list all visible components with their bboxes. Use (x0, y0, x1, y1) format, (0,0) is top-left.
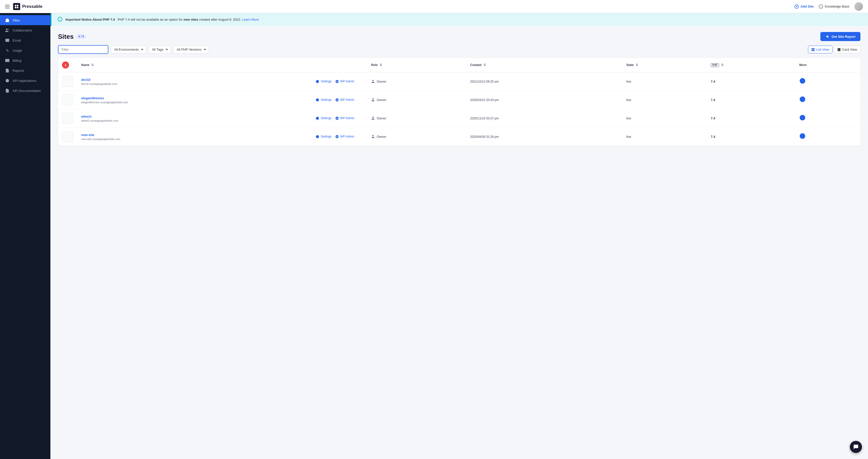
avatar[interactable] (855, 2, 863, 11)
settings-button[interactable]: Settings (315, 135, 332, 138)
row-role-cell: Owner (367, 72, 466, 91)
role-value: Owner (376, 98, 386, 102)
row-name-cell: ettest1 ettest1.mystagingwebsite.com (77, 109, 311, 128)
row-thumb-cell (58, 128, 77, 146)
sidebar-label-api-applications: API Applications (12, 79, 36, 83)
notice-learn-more-link[interactable]: Learn More (242, 18, 259, 22)
table-row: elegantthemes elegantthemes.mystagingweb… (58, 91, 861, 109)
row-state-cell: live (622, 91, 707, 109)
created-date: 2020/11/10 03:37 pm (470, 117, 499, 120)
more-button[interactable] (800, 133, 806, 140)
table-row: new-site new-site.mystagingwebsite.com S… (58, 128, 861, 146)
col-php[interactable]: PHP ⇅ (707, 58, 796, 72)
view-toggle: List View Card View (808, 45, 861, 54)
table-row: divi10 divi10.mystagingwebsite.com Setti… (58, 72, 861, 91)
settings-button[interactable]: Settings (315, 117, 332, 120)
card-view-button[interactable]: Card View (834, 45, 861, 54)
svg-point-48 (372, 117, 374, 118)
col-role[interactable]: Role ⇅ (367, 58, 466, 72)
col-created[interactable]: Created ⇅ (466, 58, 622, 72)
sidebar-item-usage[interactable]: Usage (0, 45, 51, 56)
svg-rect-30 (838, 50, 840, 51)
svg-rect-27 (813, 50, 814, 51)
wp-admin-button[interactable]: WP WP Admin (335, 117, 354, 120)
sidebar-label-reports: Reports (12, 69, 24, 72)
row-thumb-cell (58, 72, 77, 91)
environment-filter[interactable]: All Environments (111, 45, 146, 54)
tags-filter[interactable]: All Tags (149, 45, 171, 54)
row-created-cell: 2020/03/31 03:43 pm (466, 91, 622, 109)
wp-admin-button[interactable]: WP WP Admin (335, 135, 354, 138)
svg-rect-11 (5, 59, 9, 62)
svg-point-41 (372, 98, 374, 99)
svg-text:WP: WP (336, 99, 339, 101)
created-date: 2021/10/12 09:25 am (470, 80, 499, 84)
top-nav: Pressable Add Site Knowledge Base (0, 0, 868, 13)
row-more-cell (796, 109, 861, 128)
row-name-cell: divi10 divi10.mystagingwebsite.com (77, 72, 311, 91)
more-button[interactable] (800, 78, 806, 85)
col-state[interactable]: State ⇅ (622, 58, 707, 72)
sidebar-item-api-documentation[interactable]: API Documentation (0, 86, 51, 96)
list-view-button[interactable]: List View (808, 45, 833, 54)
php-version-filter[interactable]: All PHP Versions (174, 45, 209, 54)
sidebar-label-collaborators: Collaborators (12, 29, 32, 32)
filter-input[interactable] (58, 45, 108, 54)
sidebar-label-email: Email (12, 38, 21, 42)
site-name-link[interactable]: elegantthemes (81, 96, 104, 100)
site-thumbnail (62, 76, 73, 87)
row-php-cell: 7.4 (707, 91, 796, 109)
knowledge-base-button[interactable]: Knowledge Base (818, 4, 849, 9)
row-role-cell: Owner (367, 109, 466, 128)
svg-rect-1 (17, 5, 19, 6)
php-version-value: 7.4 (711, 98, 715, 102)
notice-banner: Important Notice About PHP 7.4 PHP 7.4 w… (51, 13, 868, 26)
more-button[interactable] (800, 96, 806, 103)
sidebar-item-sites[interactable]: Sites (0, 15, 51, 25)
logo: Pressable (13, 3, 42, 10)
settings-button[interactable]: Settings (315, 98, 332, 102)
svg-point-34 (372, 80, 374, 81)
svg-point-55 (372, 135, 374, 136)
site-name-link[interactable]: new-site (81, 133, 94, 137)
hamburger-menu[interactable] (5, 5, 9, 8)
add-site-button[interactable]: Add Site (795, 4, 814, 9)
site-url: ettest1.mystagingwebsite.com (81, 119, 118, 122)
col-name[interactable]: Name ⇅ (77, 58, 311, 72)
wp-admin-button[interactable]: WP WP Admin (335, 79, 354, 84)
site-name-link[interactable]: divi10 (81, 78, 91, 81)
table-row: ettest1 ettest1.mystagingwebsite.com Set… (58, 109, 861, 128)
svg-point-10 (6, 29, 7, 30)
get-site-report-button[interactable]: Get Site Report (820, 32, 861, 41)
logo-text: Pressable (22, 4, 42, 9)
svg-rect-24 (812, 48, 813, 49)
filters-row: All Environments All Tags All PHP Versio… (51, 45, 868, 58)
sidebar-item-api-applications[interactable]: API Applications (0, 75, 51, 86)
sidebar-item-reports[interactable]: Reports (0, 66, 51, 75)
row-created-cell: 2020/11/10 03:37 pm (466, 109, 622, 128)
row-actions-cell: Settings WP WP Admin (311, 72, 367, 91)
main-content: Important Notice About PHP 7.4 PHP 7.4 w… (51, 13, 868, 459)
svg-rect-0 (15, 5, 17, 6)
php-sort-icon: ⇅ (721, 63, 723, 67)
svg-marker-23 (826, 35, 829, 38)
state-value: live (626, 117, 631, 120)
row-state-cell: live (622, 72, 707, 91)
sidebar-label-billing: Billing (12, 59, 22, 63)
row-thumb-cell (58, 91, 77, 109)
row-more-cell (796, 91, 861, 109)
sidebar-label-api-documentation: API Documentation (12, 89, 41, 93)
logo-icon (13, 3, 20, 10)
site-name-link[interactable]: ettest1 (81, 114, 92, 119)
created-date: 2020/04/30 01:28 pm (470, 135, 499, 138)
row-more-cell (796, 72, 861, 91)
role-sort-icon: ⇅ (379, 63, 382, 67)
more-button[interactable] (800, 114, 806, 122)
settings-button[interactable]: Settings (315, 79, 332, 84)
row-state-cell: live (622, 109, 707, 128)
chat-bubble-button[interactable] (850, 441, 862, 453)
wp-admin-button[interactable]: WP WP Admin (335, 98, 354, 102)
sidebar-item-email[interactable]: Email (0, 35, 51, 45)
sidebar-item-collaborators[interactable]: Collaborators (0, 25, 51, 35)
sidebar-item-billing[interactable]: Billing (0, 56, 51, 66)
